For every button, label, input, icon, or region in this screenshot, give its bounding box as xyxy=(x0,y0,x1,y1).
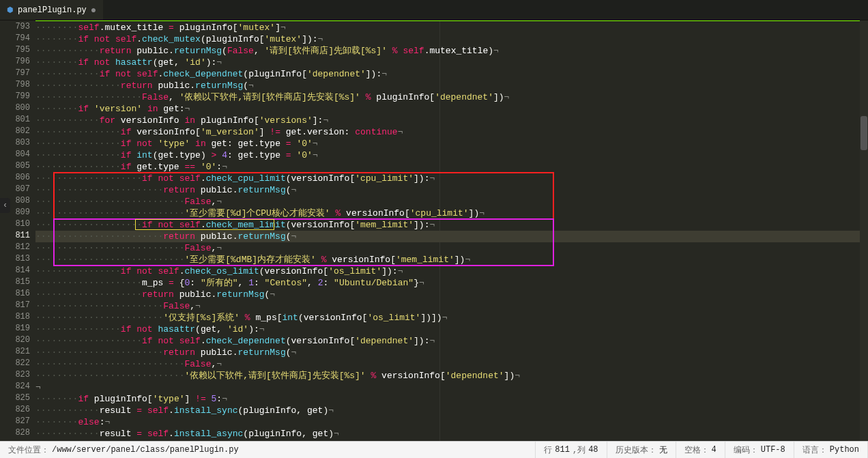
tab-bar: ⬢ panelPlugin.py ● xyxy=(0,0,868,20)
code-line[interactable]: ············if not self.check_dependnet(… xyxy=(35,68,868,80)
code-line[interactable]: ····························'至少需要[%d]个CP… xyxy=(35,207,868,219)
status-filepath[interactable]: 文件位置： /www/server/panel/class/panelPlugi… xyxy=(0,442,536,458)
code-line[interactable]: ····························'至少需要[%dMB]内… xyxy=(35,254,868,266)
code-line[interactable]: ····················if not self.check_me… xyxy=(35,219,868,231)
code-line[interactable]: ················if versionInfo['m_versio… xyxy=(35,126,868,138)
python-file-icon: ⬢ xyxy=(7,5,14,14)
code-line[interactable]: ····························False,¬ xyxy=(35,358,868,370)
code-line[interactable]: ····························False,¬ xyxy=(35,196,868,207)
status-language[interactable]: 语言： Python xyxy=(794,442,868,458)
tab-filename: panelPlugin.py xyxy=(18,5,87,15)
tab-modified-indicator[interactable]: ● xyxy=(91,5,96,16)
side-panel-toggle[interactable]: ‹ xyxy=(0,198,10,213)
status-line-col[interactable]: 行 811 ,列 48 xyxy=(536,442,607,458)
code-line[interactable]: ········if not self.check_mutex(pluginIn… xyxy=(35,33,868,45)
code-line[interactable]: ····················m_ps = {0: "所有的", 1:… xyxy=(35,277,868,289)
tab-active[interactable]: ⬢ panelPlugin.py ● xyxy=(0,0,103,20)
code-line[interactable]: ········else:¬ xyxy=(35,416,868,428)
code-line[interactable]: ························return public.re… xyxy=(35,347,868,358)
code-line[interactable]: ························'仅支持[%s]系统' % m_… xyxy=(35,312,868,324)
code-line[interactable]: ¬ xyxy=(35,382,868,393)
code-line[interactable]: ············result = self.install_async(… xyxy=(35,428,868,440)
code-line[interactable]: ························return public.re… xyxy=(35,184,868,196)
code-line[interactable]: ················if not hasattr(get, 'id'… xyxy=(35,324,868,335)
vertical-scrollbar[interactable] xyxy=(860,20,868,441)
code-line[interactable]: ········self.mutex_title = pluginInfo['m… xyxy=(35,22,868,33)
code-line[interactable]: ····················False, '依赖以下软件,请到[软件… xyxy=(35,91,868,103)
editor-area[interactable]: 7937947957967977987998008018028038048058… xyxy=(0,20,868,441)
code-content[interactable]: ········self.mutex_title = pluginInfo['m… xyxy=(35,20,868,441)
scrollbar-thumb[interactable] xyxy=(860,116,867,150)
code-line[interactable]: ············for versionInfo in pluginInf… xyxy=(35,115,868,126)
code-line[interactable]: ················if int(get.type) > 4: ge… xyxy=(35,149,868,161)
code-line[interactable]: ········if 'version' in get:¬ xyxy=(35,103,868,115)
code-line[interactable]: ················if get.type == '0':¬ xyxy=(35,161,868,173)
status-indent[interactable]: 空格： 4 xyxy=(676,442,725,458)
code-line[interactable]: ························False,¬ xyxy=(35,300,868,312)
code-line[interactable]: ················if not 'type' in get: ge… xyxy=(35,138,868,149)
code-line[interactable]: ····························'依赖以下软件,请到[软… xyxy=(35,370,868,382)
line-number-gutter: 7937947957967977987998008018028038048058… xyxy=(0,20,35,441)
code-line[interactable]: ····················if not self.check_de… xyxy=(35,335,868,347)
code-line[interactable]: ····················return public.return… xyxy=(35,289,868,300)
code-line[interactable]: ················if not self.check_os_lim… xyxy=(35,266,868,277)
status-history[interactable]: 历史版本： 无 xyxy=(607,442,676,458)
code-line[interactable]: ····················if not self.check_cp… xyxy=(35,173,868,184)
code-line[interactable]: ········if not hasattr(get, 'id'):¬ xyxy=(35,57,868,68)
code-line[interactable]: ············return public.returnMsg(Fals… xyxy=(35,45,868,57)
status-bar: 文件位置： /www/server/panel/class/panelPlugi… xyxy=(0,441,868,458)
code-line[interactable]: ················return public.returnMsg(… xyxy=(35,80,868,91)
code-line[interactable]: ············result = self.install_sync(p… xyxy=(35,405,868,416)
status-encoding[interactable]: 编码： UTF-8 xyxy=(725,442,794,458)
code-line[interactable]: ········if pluginInfo['type'] != 5:¬ xyxy=(35,393,868,405)
code-line[interactable]: ························return public.re… xyxy=(35,231,868,242)
code-line[interactable]: ····························False,¬ xyxy=(35,242,868,254)
